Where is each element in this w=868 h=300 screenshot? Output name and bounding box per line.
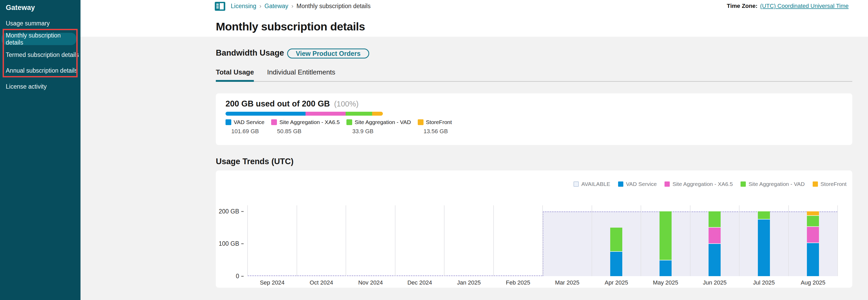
chart-legend-item[interactable]: Site Aggregation - XA6.5: [664, 181, 733, 187]
chart-legend-swatch: [664, 181, 670, 187]
chart-legend-label: Site Aggregation - XA6.5: [672, 181, 733, 187]
total-usage-card: 200 GB used out of 200 GB (100%) VAD Ser…: [216, 93, 852, 145]
chart-bar-jul-2025[interactable]: [758, 211, 770, 276]
chart-bar-may-2025[interactable]: [659, 211, 672, 276]
progress-segment: [306, 112, 346, 116]
bar-segment-site-aggregation---xa6.5[interactable]: [709, 228, 721, 244]
legend-item-site-aggregation-vad: Site Aggregation - VAD 33.9 GB: [346, 119, 411, 135]
breadcrumb-licensing[interactable]: Licensing: [231, 3, 256, 10]
storefront-swatch: [418, 119, 424, 125]
chart-gridline: [493, 205, 494, 276]
bar-segment-site-aggregation---vad[interactable]: [659, 211, 672, 260]
chart-legend-item[interactable]: Site Aggregation - VAD: [741, 181, 805, 187]
x-axis-label: Oct 2024: [297, 279, 346, 286]
legend-value: 33.9 GB: [352, 128, 411, 135]
bar-segment-vad-service[interactable]: [758, 219, 770, 276]
tick-mark: [241, 243, 244, 244]
legend-label: VAD Service: [234, 119, 264, 125]
sidebar-title: Gateway: [6, 4, 35, 12]
bar-segment-site-aggregation---vad[interactable]: [758, 211, 770, 219]
view-product-orders-button[interactable]: View Product Orders: [287, 49, 369, 58]
sidebar-item-license-activity[interactable]: License activity: [0, 81, 81, 93]
chart-gridline: [395, 205, 396, 276]
chart-plot-area: Sep 2024Oct 2024Nov 2024Dec 2024Jan 2025…: [248, 205, 838, 276]
bar-segment-site-aggregation---vad[interactable]: [709, 211, 721, 228]
usage-trends-heading: Usage Trends (UTC): [216, 157, 293, 166]
bandwidth-usage-heading: Bandwidth Usage: [216, 48, 284, 58]
legend-label: Site Aggregation - VAD: [354, 119, 411, 125]
x-axis-label: Jun 2025: [690, 279, 740, 286]
chart-legend-label: StoreFront: [820, 181, 846, 187]
x-axis-label: Mar 2025: [542, 279, 592, 286]
usage-percent: (100%): [334, 100, 359, 108]
legend-value: 13.56 GB: [424, 128, 452, 135]
y-axis-tick-label: 100 GB: [219, 240, 239, 247]
tab-individual-entitlements[interactable]: Individual Entitlements: [267, 68, 335, 81]
chart-bar-apr-2025[interactable]: [610, 228, 622, 276]
page-layout-icon: [215, 1, 225, 12]
timezone: Time Zone: (UTC) Coordinated Universal T…: [727, 3, 848, 9]
chart-legend-label: Site Aggregation - VAD: [748, 181, 805, 187]
chart-legend-item[interactable]: AVAILABLE: [574, 181, 610, 187]
chart-y-axis: 200 GB100 GB0: [216, 205, 244, 276]
chart-bar-aug-2025[interactable]: [807, 211, 819, 276]
bar-segment-site-aggregation---vad[interactable]: [807, 216, 819, 227]
bar-segment-vad-service[interactable]: [610, 252, 622, 276]
usage-summary: 200 GB used out of 200 GB (100%): [225, 99, 359, 109]
bar-segment-storefront[interactable]: [807, 211, 819, 216]
chart-gridline: [690, 205, 690, 276]
y-axis-tick: 100 GB: [219, 240, 244, 247]
chart-gridline: [788, 205, 789, 276]
chart-legend-label: AVAILABLE: [581, 181, 610, 187]
sidebar-item-monthly-subscription-details[interactable]: Monthly subscription details: [2, 33, 76, 45]
chart-legend-swatch: [813, 181, 818, 187]
sidebar-item-termed-subscription-details[interactable]: Termed subscription details: [0, 49, 81, 61]
bar-segment-vad-service[interactable]: [709, 244, 721, 276]
chart-legend-swatch: [741, 181, 746, 187]
bar-segment-site-aggregation---vad[interactable]: [610, 228, 622, 252]
chart-legend-item[interactable]: VAD Service: [618, 181, 657, 187]
y-axis-tick: 200 GB: [219, 208, 244, 215]
x-axis-label: May 2025: [641, 279, 690, 286]
chart-gridline: [247, 205, 248, 276]
progress-segment: [346, 112, 372, 116]
sidebar-item-label: Monthly subscription details: [6, 32, 76, 46]
legend-item-storefront: StoreFront 13.56 GB: [418, 119, 452, 135]
tab-total-usage[interactable]: Total Usage: [216, 68, 254, 81]
chart-legend-swatch: [574, 181, 579, 187]
site-aggregation-vad-swatch: [346, 119, 352, 125]
header: Licensing › Gateway › Monthly subscripti…: [81, 0, 868, 37]
usage-progress-bar: [225, 112, 383, 116]
progress-segment: [372, 112, 383, 116]
sidebar-item-annual-subscription-details[interactable]: Annual subscription details: [0, 64, 81, 77]
timezone-link[interactable]: (UTC) Coordinated Universal Time: [760, 3, 848, 9]
sidebar-item-label: License activity: [6, 83, 47, 90]
bar-segment-vad-service[interactable]: [659, 261, 672, 276]
chart-gridline: [592, 205, 592, 276]
page-title: Monthly subscription details: [216, 20, 365, 33]
vad-service-swatch: [225, 119, 231, 125]
chart-bar-jun-2025[interactable]: [709, 211, 721, 276]
legend-label: StoreFront: [426, 119, 452, 125]
usage-title: 200 GB used out of 200 GB: [225, 99, 330, 109]
breadcrumb-current: Monthly subscription details: [297, 3, 371, 10]
bar-segment-site-aggregation---xa6.5[interactable]: [807, 227, 819, 243]
sidebar-item-usage-summary[interactable]: Usage summary: [0, 17, 81, 30]
bar-segment-vad-service[interactable]: [807, 243, 819, 276]
y-axis-tick-label: 0: [236, 273, 239, 280]
x-axis-label: Jul 2025: [739, 279, 788, 286]
usage-trends-chart-card: AVAILABLEVAD ServiceSite Aggregation - X…: [216, 171, 852, 288]
progress-segment: [225, 112, 306, 116]
timezone-label: Time Zone:: [727, 3, 757, 9]
sidebar-item-label: Annual subscription details: [6, 67, 78, 74]
breadcrumb-separator: ›: [259, 3, 261, 10]
x-axis-label: Jan 2025: [444, 279, 494, 286]
breadcrumb-gateway[interactable]: Gateway: [265, 3, 288, 10]
sidebar-item-label: Termed subscription details: [6, 51, 79, 58]
legend-item-site-aggregation-xa65: Site Aggregation - XA6.5 50.85 GB: [271, 119, 340, 135]
x-axis-label: Feb 2025: [494, 279, 543, 286]
chart-gridline: [297, 205, 297, 276]
chart-legend-item[interactable]: StoreFront: [813, 181, 846, 187]
chart-gridline: [641, 205, 641, 276]
sidebar: Gateway Usage summary Monthly subscripti…: [0, 0, 81, 300]
